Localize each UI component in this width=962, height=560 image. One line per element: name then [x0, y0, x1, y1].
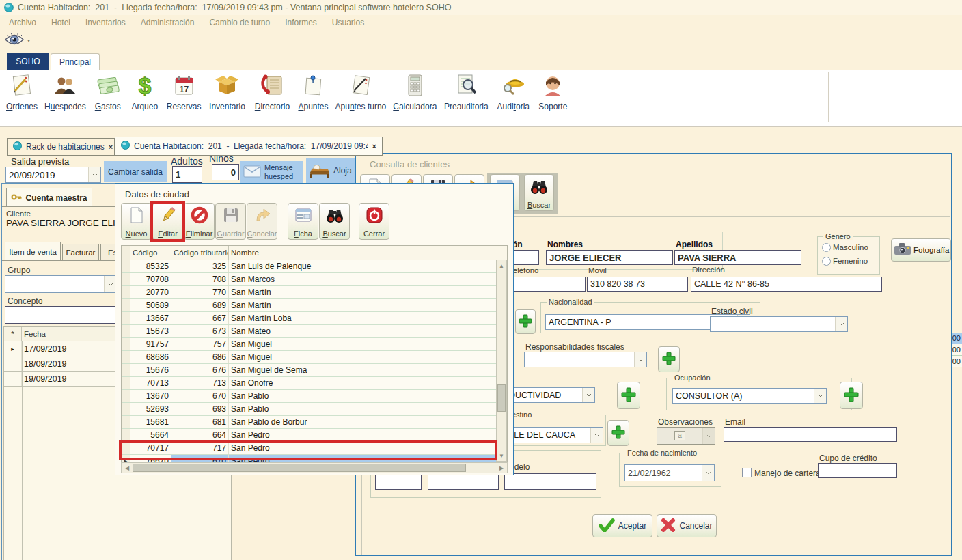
movil-input[interactable]: 310 820 38 73 — [587, 277, 688, 292]
direccion-input[interactable]: CALLE 42 N° 86-85 — [691, 277, 882, 292]
ribbon-item-directorio[interactable]: Directorio — [249, 70, 294, 123]
ribbon-item-apuntes[interactable]: Apuntes — [294, 70, 331, 123]
quick-access-eye-icon[interactable] — [4, 33, 25, 49]
grupo-combo[interactable] — [5, 275, 117, 293]
menu-item-4[interactable]: Cambio de turno — [202, 18, 277, 27]
ribbon-item-huespedes[interactable]: Huespedes — [41, 70, 90, 123]
chevron-down-icon[interactable] — [702, 428, 715, 444]
quick-access-dropdown-icon[interactable]: ▾ — [27, 38, 30, 44]
chevron-down-icon[interactable] — [88, 167, 100, 182]
chevron-down-icon[interactable] — [835, 317, 847, 331]
add-productividad-button[interactable] — [617, 382, 640, 409]
scroll-down-icon[interactable]: ▼ — [497, 451, 506, 460]
scroll-right-icon[interactable]: ▶ — [497, 463, 506, 473]
chevron-down-icon[interactable] — [590, 428, 603, 443]
menu-item-5[interactable]: Informes — [277, 18, 325, 27]
city-table-row[interactable]: 52693693San Pablo — [122, 403, 496, 416]
menu-item-0[interactable]: Archivo — [1, 18, 44, 27]
telefono-input[interactable] — [508, 277, 586, 292]
city-table-row[interactable]: 13670670San Pablo — [122, 390, 496, 403]
cupo-credito-input[interactable] — [818, 463, 897, 478]
adultos-input[interactable]: 1 — [172, 166, 202, 183]
city-cancelar-button[interactable]: Cancelar — [247, 203, 277, 240]
fotografia-button[interactable]: Fotografía — [891, 238, 951, 262]
city-table-row[interactable]: 13667667San Martín Loba — [122, 312, 496, 325]
radio-masculino[interactable] — [822, 243, 831, 254]
salida-prevista-combo[interactable]: 20/09/2019 — [5, 167, 101, 183]
nombres-input[interactable]: JORGE ELIECER — [546, 250, 673, 265]
aceptar-button[interactable]: Aceptar — [592, 514, 652, 537]
nombre-column-header[interactable]: Nombre — [229, 246, 497, 260]
city-buscar-button[interactable]: Buscar — [319, 203, 350, 240]
client-buscar-button[interactable]: Buscar — [524, 174, 554, 211]
chevron-down-icon[interactable] — [814, 389, 826, 403]
observaciones-combo[interactable]: a — [657, 427, 715, 445]
city-eliminar-button[interactable]: Eliminar — [184, 203, 215, 240]
placa-input[interactable] — [375, 473, 422, 490]
ribbon-item-calculadora[interactable]: Calculadora — [389, 70, 440, 123]
tab-cuenta-maestra[interactable]: Cuenta maestra — [6, 188, 92, 207]
ribbon-item-ordenes[interactable]: Ordenes — [3, 70, 41, 123]
codigo-column-header[interactable]: Código — [130, 246, 171, 260]
estado-civil-combo[interactable] — [710, 316, 848, 332]
ribbon-item-preauditoria[interactable]: Preauditoria — [440, 70, 492, 123]
ninos-input[interactable]: 0 — [212, 164, 239, 180]
manejo-cartera-checkbox[interactable] — [742, 468, 752, 479]
menu-item-1[interactable]: Hotel — [44, 18, 78, 27]
ribbon-item-reservas[interactable]: 17 Reservas — [163, 70, 205, 123]
city-table-row[interactable]: 20770770San Martín — [122, 286, 496, 299]
tab-rack-de-habitaciones[interactable]: Rack de habitaciones × — [7, 138, 115, 156]
close-tab-icon[interactable]: × — [109, 143, 113, 151]
city-table-row[interactable]: 15673673San Mateo — [122, 325, 496, 338]
ribbon-item-apuntes-turno[interactable]: Apuntes turno — [332, 70, 390, 123]
codigo-tributario-column-header[interactable]: Código tributario — [171, 246, 229, 260]
apellidos-input[interactable]: PAVA SIERRA — [674, 250, 801, 265]
tab-cuenta-habitacion[interactable]: Cuenta Habitacion: 201 - Llegada fecha/h… — [115, 137, 383, 156]
city-table-row[interactable]: 15681681San Pablo de Borbur — [122, 416, 496, 429]
city-ficha-button[interactable]: Ficha — [288, 203, 318, 240]
city-table-row[interactable]: 85325325San Luis de Palenque — [122, 260, 496, 273]
ribbon-item-soporte[interactable]: Soporte — [534, 70, 571, 123]
ocupacion-combo[interactable]: CONSULTOR (A) — [672, 388, 827, 404]
mensaje-huesped-button[interactable]: Mensajehuesped — [240, 161, 303, 183]
cambiar-salida-button[interactable]: Cambiar salida — [104, 161, 167, 182]
city-table-row[interactable]: 91757757San Miguel — [122, 338, 496, 351]
menu-item-2[interactable]: Inventarios — [78, 18, 133, 27]
scroll-up-icon[interactable]: ▲ — [497, 262, 506, 270]
chevron-down-icon[interactable] — [702, 465, 714, 481]
city-table-hscrollbar[interactable]: ◀ ▶ — [121, 462, 508, 473]
menu-item-3[interactable]: Administración — [133, 18, 202, 27]
chevron-down-icon[interactable] — [634, 352, 646, 367]
ribbon-item-inventario[interactable]: Inventario — [204, 70, 249, 123]
hscroll-thumb[interactable] — [133, 464, 466, 472]
modelo-input[interactable] — [504, 473, 596, 490]
add-nacionalidad-button[interactable] — [515, 309, 536, 334]
city-guardar-button[interactable]: Guardar — [215, 203, 246, 240]
city-table-row[interactable]: 70713713San Onofre — [122, 377, 496, 390]
city-table-row[interactable]: 70708708San Marcos — [122, 273, 496, 286]
marca-input[interactable] — [428, 473, 499, 490]
city-table-row[interactable]: 68686686San Miguel — [122, 351, 496, 364]
city-cerrar-button[interactable]: Cerrar — [359, 203, 389, 240]
email-input[interactable] — [724, 427, 897, 442]
concepto-input[interactable] — [5, 306, 117, 324]
cancelar-button[interactable]: Cancelar — [657, 514, 717, 537]
city-table-row[interactable]: 50689689San Martín — [122, 299, 496, 312]
scroll-left-icon[interactable]: ◀ — [123, 463, 131, 473]
ribbon-item-gastos[interactable]: Gastos — [90, 70, 126, 123]
add-destino-button[interactable] — [607, 420, 629, 446]
chevron-down-icon[interactable] — [582, 388, 594, 402]
ribbon-tab-soho[interactable]: SOHO — [7, 53, 49, 70]
ribbon-item-arqueo[interactable]: $ Arqueo — [126, 70, 163, 123]
city-table-row[interactable]: 15676676San Miguel de Sema — [122, 364, 496, 377]
ribbon-tab-principal[interactable]: Principal — [51, 53, 100, 70]
close-tab-icon[interactable]: × — [372, 142, 376, 150]
city-table-vscrollbar[interactable]: ▲ ▼ — [496, 260, 507, 462]
tab-item-de-venta[interactable]: Item de venta — [5, 242, 61, 261]
tab-facturar[interactable]: Facturar — [62, 244, 99, 261]
add-resp-fiscales-button[interactable] — [658, 346, 680, 372]
ribbon-item-auditoria[interactable]: Auditoria — [492, 70, 534, 123]
city-nuevo-button[interactable]: Nuevo — [121, 203, 152, 240]
fecha-nacimiento-combo[interactable]: 21/02/1962 — [624, 464, 715, 481]
vscroll-thumb[interactable] — [497, 384, 506, 412]
